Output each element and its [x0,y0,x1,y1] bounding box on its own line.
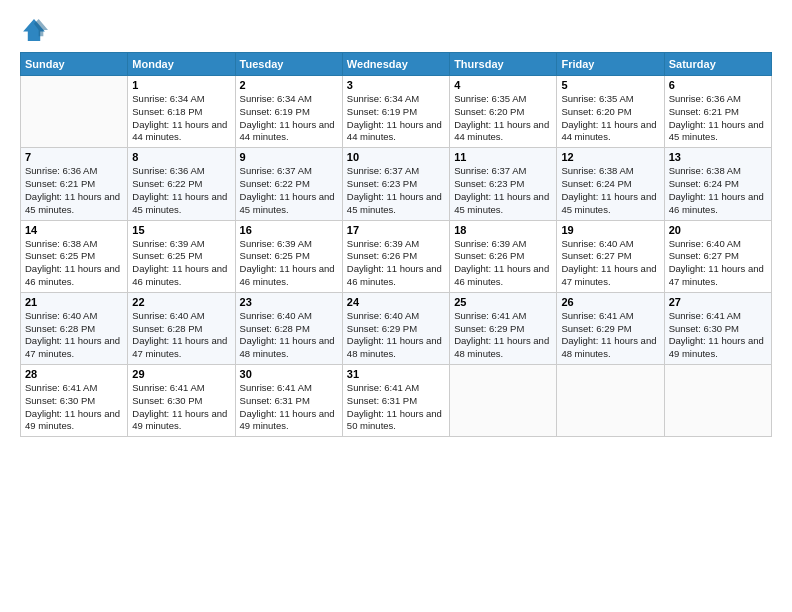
day-info: Sunrise: 6:40 AMSunset: 6:28 PMDaylight:… [132,310,230,361]
day-header: Monday [128,53,235,76]
calendar-week-row: 14Sunrise: 6:38 AMSunset: 6:25 PMDayligh… [21,220,772,292]
day-number: 2 [240,79,338,91]
day-number: 24 [347,296,445,308]
calendar-cell: 8Sunrise: 6:36 AMSunset: 6:22 PMDaylight… [128,148,235,220]
calendar-cell: 6Sunrise: 6:36 AMSunset: 6:21 PMDaylight… [664,76,771,148]
day-number: 3 [347,79,445,91]
calendar-cell [557,365,664,437]
calendar-cell [21,76,128,148]
day-info: Sunrise: 6:36 AMSunset: 6:21 PMDaylight:… [669,93,767,144]
day-info: Sunrise: 6:34 AMSunset: 6:19 PMDaylight:… [347,93,445,144]
logo-icon [20,16,48,44]
calendar-cell: 23Sunrise: 6:40 AMSunset: 6:28 PMDayligh… [235,292,342,364]
calendar-cell: 12Sunrise: 6:38 AMSunset: 6:24 PMDayligh… [557,148,664,220]
calendar-cell: 22Sunrise: 6:40 AMSunset: 6:28 PMDayligh… [128,292,235,364]
day-number: 14 [25,224,123,236]
calendar-cell: 30Sunrise: 6:41 AMSunset: 6:31 PMDayligh… [235,365,342,437]
day-info: Sunrise: 6:38 AMSunset: 6:24 PMDaylight:… [561,165,659,216]
calendar-cell: 27Sunrise: 6:41 AMSunset: 6:30 PMDayligh… [664,292,771,364]
calendar-week-row: 1Sunrise: 6:34 AMSunset: 6:18 PMDaylight… [21,76,772,148]
day-info: Sunrise: 6:39 AMSunset: 6:25 PMDaylight:… [240,238,338,289]
day-number: 13 [669,151,767,163]
day-info: Sunrise: 6:34 AMSunset: 6:19 PMDaylight:… [240,93,338,144]
calendar-cell: 16Sunrise: 6:39 AMSunset: 6:25 PMDayligh… [235,220,342,292]
day-number: 19 [561,224,659,236]
day-info: Sunrise: 6:40 AMSunset: 6:27 PMDaylight:… [669,238,767,289]
day-info: Sunrise: 6:40 AMSunset: 6:27 PMDaylight:… [561,238,659,289]
calendar-cell [450,365,557,437]
day-info: Sunrise: 6:36 AMSunset: 6:22 PMDaylight:… [132,165,230,216]
calendar-cell: 9Sunrise: 6:37 AMSunset: 6:22 PMDaylight… [235,148,342,220]
calendar-cell: 19Sunrise: 6:40 AMSunset: 6:27 PMDayligh… [557,220,664,292]
calendar-header: SundayMondayTuesdayWednesdayThursdayFrid… [21,53,772,76]
day-number: 16 [240,224,338,236]
calendar-cell: 7Sunrise: 6:36 AMSunset: 6:21 PMDaylight… [21,148,128,220]
day-info: Sunrise: 6:35 AMSunset: 6:20 PMDaylight:… [561,93,659,144]
day-header: Sunday [21,53,128,76]
day-number: 27 [669,296,767,308]
day-info: Sunrise: 6:41 AMSunset: 6:31 PMDaylight:… [347,382,445,433]
day-number: 21 [25,296,123,308]
day-info: Sunrise: 6:38 AMSunset: 6:24 PMDaylight:… [669,165,767,216]
day-header: Wednesday [342,53,449,76]
header-row: SundayMondayTuesdayWednesdayThursdayFrid… [21,53,772,76]
calendar-table: SundayMondayTuesdayWednesdayThursdayFrid… [20,52,772,437]
day-info: Sunrise: 6:39 AMSunset: 6:26 PMDaylight:… [454,238,552,289]
logo [20,16,52,44]
day-info: Sunrise: 6:38 AMSunset: 6:25 PMDaylight:… [25,238,123,289]
calendar-cell: 20Sunrise: 6:40 AMSunset: 6:27 PMDayligh… [664,220,771,292]
calendar-cell: 2Sunrise: 6:34 AMSunset: 6:19 PMDaylight… [235,76,342,148]
day-info: Sunrise: 6:40 AMSunset: 6:29 PMDaylight:… [347,310,445,361]
day-info: Sunrise: 6:35 AMSunset: 6:20 PMDaylight:… [454,93,552,144]
day-number: 30 [240,368,338,380]
day-number: 8 [132,151,230,163]
day-info: Sunrise: 6:41 AMSunset: 6:29 PMDaylight:… [454,310,552,361]
page: SundayMondayTuesdayWednesdayThursdayFrid… [0,0,792,447]
day-number: 29 [132,368,230,380]
calendar-cell: 5Sunrise: 6:35 AMSunset: 6:20 PMDaylight… [557,76,664,148]
calendar-cell: 14Sunrise: 6:38 AMSunset: 6:25 PMDayligh… [21,220,128,292]
day-number: 12 [561,151,659,163]
day-number: 15 [132,224,230,236]
calendar-cell: 31Sunrise: 6:41 AMSunset: 6:31 PMDayligh… [342,365,449,437]
day-info: Sunrise: 6:40 AMSunset: 6:28 PMDaylight:… [25,310,123,361]
day-info: Sunrise: 6:34 AMSunset: 6:18 PMDaylight:… [132,93,230,144]
calendar-week-row: 7Sunrise: 6:36 AMSunset: 6:21 PMDaylight… [21,148,772,220]
day-header: Tuesday [235,53,342,76]
day-number: 9 [240,151,338,163]
calendar-cell: 18Sunrise: 6:39 AMSunset: 6:26 PMDayligh… [450,220,557,292]
calendar-cell: 26Sunrise: 6:41 AMSunset: 6:29 PMDayligh… [557,292,664,364]
calendar-cell: 29Sunrise: 6:41 AMSunset: 6:30 PMDayligh… [128,365,235,437]
day-info: Sunrise: 6:41 AMSunset: 6:31 PMDaylight:… [240,382,338,433]
day-number: 1 [132,79,230,91]
calendar-cell: 21Sunrise: 6:40 AMSunset: 6:28 PMDayligh… [21,292,128,364]
day-number: 4 [454,79,552,91]
day-number: 11 [454,151,552,163]
calendar-cell: 10Sunrise: 6:37 AMSunset: 6:23 PMDayligh… [342,148,449,220]
day-info: Sunrise: 6:39 AMSunset: 6:26 PMDaylight:… [347,238,445,289]
day-info: Sunrise: 6:41 AMSunset: 6:30 PMDaylight:… [25,382,123,433]
day-number: 20 [669,224,767,236]
day-number: 7 [25,151,123,163]
calendar-cell [664,365,771,437]
day-info: Sunrise: 6:36 AMSunset: 6:21 PMDaylight:… [25,165,123,216]
day-number: 28 [25,368,123,380]
day-info: Sunrise: 6:37 AMSunset: 6:23 PMDaylight:… [454,165,552,216]
day-info: Sunrise: 6:37 AMSunset: 6:22 PMDaylight:… [240,165,338,216]
calendar-week-row: 28Sunrise: 6:41 AMSunset: 6:30 PMDayligh… [21,365,772,437]
day-info: Sunrise: 6:37 AMSunset: 6:23 PMDaylight:… [347,165,445,216]
day-number: 23 [240,296,338,308]
calendar-cell: 25Sunrise: 6:41 AMSunset: 6:29 PMDayligh… [450,292,557,364]
calendar-week-row: 21Sunrise: 6:40 AMSunset: 6:28 PMDayligh… [21,292,772,364]
day-number: 25 [454,296,552,308]
day-number: 18 [454,224,552,236]
day-info: Sunrise: 6:41 AMSunset: 6:30 PMDaylight:… [132,382,230,433]
day-header: Friday [557,53,664,76]
day-info: Sunrise: 6:39 AMSunset: 6:25 PMDaylight:… [132,238,230,289]
calendar-cell: 4Sunrise: 6:35 AMSunset: 6:20 PMDaylight… [450,76,557,148]
calendar-body: 1Sunrise: 6:34 AMSunset: 6:18 PMDaylight… [21,76,772,437]
calendar-cell: 1Sunrise: 6:34 AMSunset: 6:18 PMDaylight… [128,76,235,148]
day-info: Sunrise: 6:41 AMSunset: 6:30 PMDaylight:… [669,310,767,361]
calendar-cell: 3Sunrise: 6:34 AMSunset: 6:19 PMDaylight… [342,76,449,148]
day-header: Thursday [450,53,557,76]
